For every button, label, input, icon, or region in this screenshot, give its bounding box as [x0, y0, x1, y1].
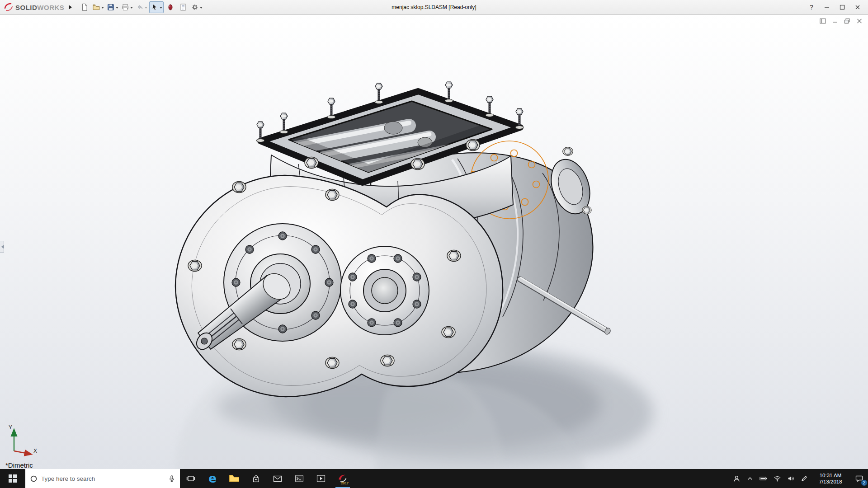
folder-icon	[229, 474, 240, 483]
chevron-up-icon	[747, 475, 753, 482]
new-document-button[interactable]	[79, 1, 90, 13]
solidworks-logo: SOLIDWORKS	[0, 3, 67, 12]
print-icon	[121, 3, 129, 11]
maximize-button[interactable]	[835, 2, 849, 13]
windows-taskbar: e	[0, 469, 868, 488]
help-icon: ?	[810, 4, 813, 11]
doc-dock-button[interactable]	[819, 17, 827, 24]
help-button[interactable]: ?	[805, 2, 818, 13]
start-button[interactable]	[0, 469, 25, 488]
terminal-app-icon[interactable]	[288, 469, 310, 488]
windows-ink-button[interactable]	[797, 469, 811, 488]
secondary-flange[interactable]	[340, 246, 429, 335]
dropdown-arrow-icon[interactable]	[130, 7, 133, 10]
doc-close-button[interactable]	[855, 17, 863, 24]
rebuild-button[interactable]	[165, 1, 176, 13]
pen-icon	[801, 475, 808, 482]
featuremanager-collapse-handle[interactable]	[0, 241, 4, 253]
dropdown-arrow-icon[interactable]	[200, 7, 203, 10]
speaker-icon	[787, 475, 795, 482]
new-document-icon	[80, 3, 89, 11]
task-view-button[interactable]	[180, 469, 202, 488]
file-explorer-app-icon[interactable]	[223, 469, 245, 488]
store-bag-icon	[252, 474, 260, 483]
people-icon	[733, 475, 741, 483]
file-properties-icon	[179, 3, 187, 11]
orientation-triad: Y X	[7, 422, 40, 458]
select-cursor-icon	[151, 3, 159, 11]
close-button[interactable]	[851, 2, 864, 13]
open-button[interactable]	[91, 1, 105, 13]
axis-y-label: Y	[9, 424, 12, 431]
network-status[interactable]	[770, 469, 784, 488]
dropdown-arrow-icon	[145, 7, 147, 10]
brand-text-works: WORKS	[37, 4, 64, 11]
axis-x-label: X	[33, 448, 37, 454]
close-icon	[856, 18, 863, 24]
console-icon	[295, 474, 304, 483]
windows-logo-icon	[9, 474, 17, 483]
minimize-icon	[824, 5, 830, 10]
solidworks-taskbar-icon: 2017	[337, 473, 349, 485]
battery-icon	[760, 475, 768, 482]
volume-status[interactable]	[784, 469, 797, 488]
people-button[interactable]	[730, 469, 743, 488]
edge-app-icon[interactable]: e	[202, 469, 223, 488]
dropdown-arrow-icon[interactable]	[101, 7, 104, 10]
open-icon	[92, 3, 100, 11]
maximize-icon	[840, 5, 845, 10]
media-player-icon	[316, 474, 326, 483]
media-app-icon[interactable]	[310, 469, 332, 488]
chevron-left-icon	[0, 245, 4, 249]
select-tool-button[interactable]	[149, 1, 164, 13]
undo-button[interactable]	[135, 1, 148, 13]
clock-date: 7/13/2018	[819, 479, 842, 485]
doc-minimize-button[interactable]	[831, 17, 839, 24]
mail-app-icon[interactable]	[267, 469, 288, 488]
store-app-icon[interactable]	[245, 469, 267, 488]
graphics-area[interactable]: Y X *Dimetric	[0, 15, 868, 469]
dropdown-arrow-icon[interactable]	[116, 7, 118, 10]
file-properties-button[interactable]	[177, 1, 189, 13]
search-input[interactable]	[41, 475, 165, 482]
dock-window-icon	[820, 18, 826, 24]
options-gear-icon	[191, 3, 199, 11]
wifi-icon	[774, 475, 781, 482]
app-titlebar: SOLIDWORKS	[0, 0, 868, 15]
svg-text:2017: 2017	[341, 481, 349, 485]
print-button[interactable]	[120, 1, 134, 13]
undo-icon	[136, 3, 144, 11]
microphone-icon[interactable]	[168, 475, 175, 483]
brand-text-solid: SOLID	[15, 4, 37, 11]
mail-envelope-icon	[273, 475, 282, 483]
restore-icon	[844, 18, 850, 24]
taskbar-search[interactable]	[25, 469, 180, 488]
clock-time: 10:31 AM	[820, 472, 842, 479]
action-center-button[interactable]: 2	[850, 469, 868, 488]
menu-expand-arrow-icon[interactable]	[69, 5, 74, 9]
system-tray: 10:31 AM 7/13/2018 2	[730, 469, 868, 488]
cortana-search-icon	[30, 475, 38, 483]
desktop: SOLIDWORKS	[0, 0, 868, 488]
dropdown-arrow-icon[interactable]	[160, 7, 162, 10]
battery-status[interactable]	[757, 469, 770, 488]
document-window-controls	[819, 17, 863, 24]
minimize-button[interactable]	[820, 2, 834, 13]
view-orientation-label: *Dimetric	[5, 461, 33, 469]
model-canvas[interactable]	[0, 15, 868, 469]
quick-toolbar	[79, 1, 203, 13]
doc-restore-button[interactable]	[843, 17, 851, 24]
close-icon	[855, 5, 860, 10]
show-hidden-icons-button[interactable]	[743, 469, 757, 488]
options-button[interactable]	[190, 1, 203, 13]
ds-logo-icon	[4, 3, 14, 12]
save-button[interactable]	[106, 1, 119, 13]
task-view-icon	[186, 474, 195, 483]
save-icon	[107, 3, 115, 11]
solidworks-app-icon[interactable]: 2017	[332, 469, 354, 488]
rebuild-indicator-icon	[166, 3, 175, 11]
minimize-icon	[832, 18, 838, 24]
window-controls: ?	[805, 2, 868, 13]
taskbar-clock[interactable]: 10:31 AM 7/13/2018	[811, 469, 850, 488]
notification-badge: 2	[861, 479, 868, 486]
